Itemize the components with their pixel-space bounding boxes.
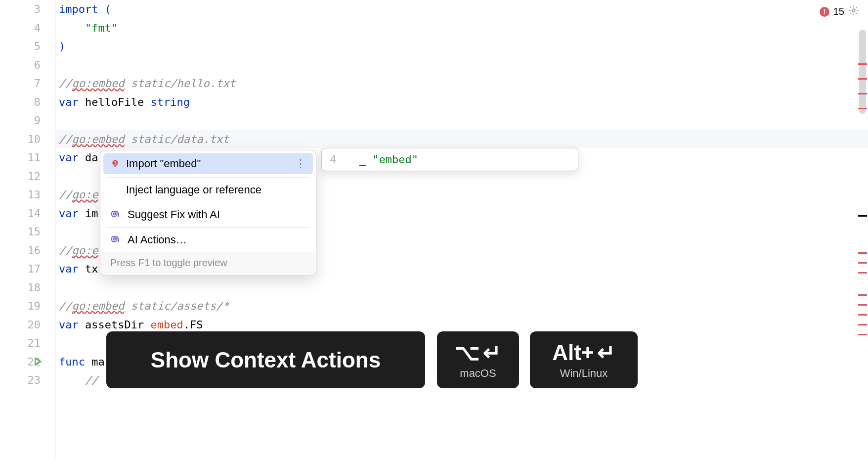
line-number-gutter: 3 4 5 6 7 8 9 10 11 12 13 14 15 16 17 18… — [0, 0, 56, 459]
error-stripe[interactable] — [858, 252, 867, 254]
code-comment: //go:e — [59, 244, 98, 257]
code-comment: //go:embed static/hello.txt — [59, 77, 236, 90]
intention-bulb-icon[interactable]: ! — [65, 115, 75, 125]
preview-code: "embed" — [372, 153, 418, 166]
intention-item-import-embed[interactable]: ! Import "embed" ⋮ — [103, 153, 313, 174]
error-stripe[interactable] — [858, 334, 867, 335]
line-number: 5 — [0, 37, 41, 56]
line-number: 8 — [0, 93, 41, 112]
scrollbar-thumb[interactable] — [859, 30, 866, 114]
intention-item-label: Import "embed" — [126, 157, 201, 170]
error-count: 15 — [833, 6, 844, 17]
more-options-icon[interactable]: ⋮ — [295, 157, 306, 170]
enter-key-icon: ↵ — [597, 340, 615, 365]
intention-item-label: Inject language or reference — [126, 184, 261, 196]
preview-line-number: 4 — [330, 153, 336, 166]
error-icon: ! — [820, 7, 829, 17]
svg-point-4 — [852, 9, 855, 12]
intention-item-label: AI Actions… — [128, 233, 187, 246]
line-number: 9 — [0, 111, 41, 130]
svg-marker-3 — [35, 358, 41, 365]
code-comment: //go:embed static/data.txt — [59, 133, 229, 145]
intention-hint: Press F1 to toggle preview — [100, 252, 316, 275]
line-number: 14 — [0, 204, 41, 223]
error-stripe[interactable] — [858, 324, 867, 325]
error-stripe[interactable] — [858, 294, 867, 296]
line-number: 10 — [0, 130, 41, 149]
line-number: 16 — [0, 241, 41, 260]
line-number: 23 — [0, 371, 41, 390]
warning-stripe[interactable] — [858, 215, 867, 217]
error-stripe[interactable] — [858, 93, 867, 94]
shortcut-hint-title: Show Context Actions — [151, 348, 381, 372]
error-stripe[interactable] — [858, 78, 867, 80]
intention-item-suggest-fix-ai[interactable]: ෧ Suggest Fix with AI — [100, 202, 316, 227]
fix-preview-popup: 4 _ "embed" — [321, 148, 578, 171]
run-gutter-icon[interactable] — [33, 357, 43, 367]
shortcut-keys-macos: ⌥ ↵ — [455, 340, 501, 365]
code-text: import ( — [59, 3, 111, 15]
code-text: ) — [59, 40, 65, 52]
line-number: 21 — [0, 334, 41, 353]
code-string: "fmt" — [85, 22, 118, 34]
line-number: 12 — [0, 167, 41, 186]
vertical-scrollbar[interactable] — [859, 30, 866, 371]
bulb-error-icon: ! — [110, 159, 120, 169]
error-stripe[interactable] — [858, 304, 867, 306]
line-number: 19 — [0, 297, 41, 316]
error-stripe[interactable] — [858, 262, 867, 264]
gear-icon[interactable] — [848, 5, 859, 18]
shortcut-hint-winlinux: Alt+ ↵ Win/Linux — [530, 331, 638, 388]
line-number: 15 — [0, 223, 41, 241]
code-comment: //go:e — [59, 188, 98, 201]
line-number: 18 — [0, 278, 41, 297]
svg-text:!: ! — [114, 160, 116, 166]
line-number: 17 — [0, 260, 41, 278]
intention-item-ai-actions[interactable]: ෧ AI Actions… — [100, 228, 316, 252]
inspection-status[interactable]: ! 15 — [820, 5, 859, 18]
shortcut-hint-main: Show Context Actions — [106, 331, 425, 388]
option-key-icon: ⌥ — [455, 340, 480, 365]
line-number: 11 — [0, 148, 41, 167]
intention-item-inject-language[interactable]: Inject language or reference — [100, 178, 316, 202]
intention-item-label: Suggest Fix with AI — [128, 208, 220, 221]
line-number: 20 — [0, 316, 41, 334]
error-stripe[interactable] — [858, 272, 867, 274]
error-stripe[interactable] — [858, 108, 867, 109]
shortcut-platform-label: Win/Linux — [560, 367, 608, 380]
intention-actions-popup: ! Import "embed" ⋮ Inject language or re… — [100, 150, 316, 276]
line-number: 4 — [0, 19, 41, 38]
enter-key-icon: ↵ — [483, 340, 501, 365]
shortcut-hint-macos: ⌥ ↵ macOS — [437, 331, 519, 388]
shortcut-keys-winlinux: Alt+ ↵ — [552, 340, 615, 365]
code-comment: //go:embed static/assets/* — [59, 300, 229, 312]
line-number: 3 — [0, 0, 41, 19]
line-number: 6 — [0, 56, 41, 75]
ai-icon: ෧ — [110, 208, 122, 221]
line-number: 13 — [0, 185, 41, 204]
line-number: 7 — [0, 74, 41, 93]
svg-rect-6 — [114, 166, 116, 167]
error-stripe[interactable] — [858, 63, 867, 65]
shortcut-platform-label: macOS — [460, 367, 496, 380]
error-stripe[interactable] — [858, 314, 867, 316]
ai-icon: ෧ — [110, 233, 122, 246]
